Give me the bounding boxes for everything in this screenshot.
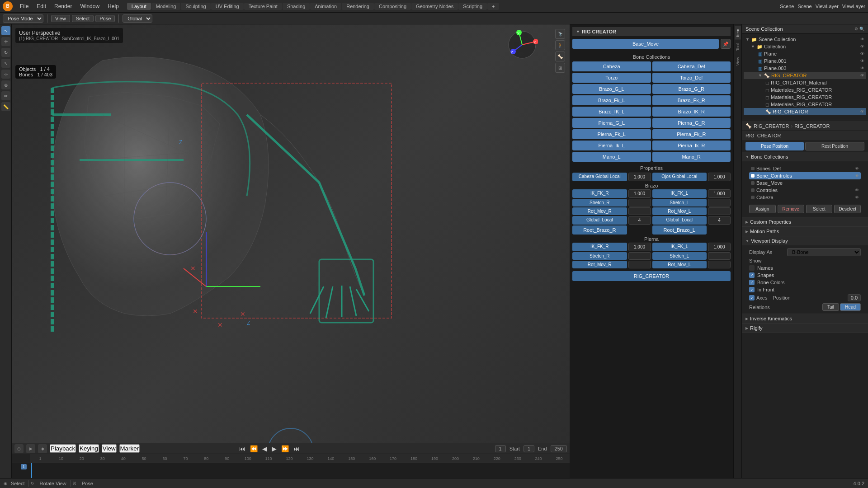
rig-vis[interactable]: 👁	[860, 73, 864, 78]
bones-def-eye[interactable]: 👁	[855, 166, 859, 171]
tab-texture-paint[interactable]: Texture Paint	[244, 3, 282, 10]
pierna-ikl-btn[interactable]: Pierna_Ik_L	[572, 141, 651, 150]
tree-plane[interactable]: ▥ Plane 👁	[744, 50, 866, 57]
menu-edit[interactable]: Edit	[33, 2, 50, 10]
tab-geometry-nodes[interactable]: Geometry Nodes	[411, 3, 458, 10]
plane-vis[interactable]: 👁	[860, 52, 864, 56]
tree-rig-material[interactable]: ◻ RIG_CREATOR_Material	[744, 79, 866, 86]
side-tab-item[interactable]: Item	[735, 26, 741, 40]
bc-rig-sub[interactable]: RIG_CREATOR	[794, 123, 830, 129]
pierna-fkl-btn[interactable]: Pierna_Fk_L	[572, 129, 651, 139]
brazo-fkl-btn[interactable]: Brazo_Fk_L	[572, 95, 651, 105]
3d-viewport[interactable]: Z Z ✕ ✕ ✕ ✕ User Persp	[12, 24, 570, 488]
jump-end-btn[interactable]: ⏭	[292, 445, 301, 452]
names-check[interactable]	[749, 265, 755, 271]
head-btn[interactable]: Head	[840, 303, 861, 311]
search-icon[interactable]: 🔍	[859, 27, 864, 31]
tab-modeling[interactable]: Modeling	[151, 3, 181, 10]
p-rot-mov-l-value[interactable]	[708, 261, 731, 268]
p-ik-fk-l-value[interactable]: 1.000	[708, 243, 731, 251]
coll-controles[interactable]: Controles 👁	[749, 187, 861, 194]
tab-sculpting[interactable]: Sculpting	[181, 3, 210, 10]
stretch-l-value[interactable]	[708, 199, 731, 206]
mano-r-btn[interactable]: Mano_R	[652, 152, 731, 162]
controles-eye[interactable]: 👁	[855, 188, 859, 192]
rig-child-vis[interactable]: 👁	[860, 109, 864, 114]
cabeza-eye[interactable]: 👁	[855, 195, 859, 200]
scale-tool[interactable]: ⤡	[1, 59, 10, 68]
root-brazo-r-btn[interactable]: Root_Brazo_R	[572, 225, 627, 235]
axes-check[interactable]: ✓	[749, 295, 755, 300]
assign-btn[interactable]: Assign	[749, 205, 776, 213]
p-stretch-r-value[interactable]	[628, 252, 651, 260]
p-rot-mov-r-value[interactable]	[628, 261, 651, 268]
tree-plane001[interactable]: ▥ Plane.001 👁	[744, 57, 866, 65]
annotate-tool[interactable]: ✏	[1, 91, 10, 100]
rotate-tool[interactable]: ↻	[1, 48, 10, 57]
select-tool[interactable]: ↖	[1, 26, 10, 35]
navigation-gizmo[interactable]: X Y Z	[506, 29, 538, 61]
keying-menu[interactable]: Keying	[79, 444, 99, 453]
brazo-fkr-btn[interactable]: Brazo_Fk_R	[652, 95, 731, 105]
coll-bones-def[interactable]: Bones_Def 👁	[749, 165, 861, 172]
ik-fk-r-value[interactable]: 1.000	[628, 189, 651, 198]
marker-menu[interactable]: Marker	[119, 444, 140, 453]
p-ik-fk-r-value[interactable]: 1.000	[628, 243, 651, 251]
mano-l-btn[interactable]: Mano_L	[572, 152, 651, 162]
tab-animation[interactable]: Animation	[310, 3, 341, 10]
tab-uv-editing[interactable]: UV Editing	[211, 3, 244, 10]
root-brazo-l-btn[interactable]: Root_Brazo_L	[652, 225, 707, 235]
tree-materiales-1[interactable]: ◻ Materiales_RIG_CREATOR	[744, 86, 866, 94]
side-tab-tool[interactable]: Tool	[735, 41, 741, 54]
bone-colors-check[interactable]: ✓	[749, 280, 755, 285]
cursor-tool[interactable]: ⊕	[1, 80, 10, 89]
pierna-fkr-btn[interactable]: Pierna_Fk_R	[652, 129, 731, 139]
global-local-r-value[interactable]: 4	[628, 216, 651, 225]
in-front-check[interactable]: ✓	[749, 287, 755, 292]
p-stretch-l-value[interactable]	[708, 252, 731, 260]
start-value[interactable]: 1	[524, 445, 534, 452]
ik-fk-l-value[interactable]: 1.000	[708, 189, 731, 198]
bone-controles-eye[interactable]: 👁	[855, 174, 859, 178]
ojos-global-local-value[interactable]: 1.000	[708, 173, 731, 181]
bc-rig-name[interactable]: RIG_CREATOR	[754, 123, 789, 129]
transform-tool[interactable]: ⊹	[1, 70, 10, 79]
viewport-display-header[interactable]: ▼ Viewport Display	[742, 236, 868, 245]
brazo-gr-btn[interactable]: Brazo_G_R	[652, 84, 731, 94]
tail-btn[interactable]: Tail	[822, 303, 839, 311]
camera-view-btn[interactable]: 🔭	[555, 29, 565, 39]
tree-plane003[interactable]: ▥ Plane.003 👁	[744, 65, 866, 72]
tree-rig-creator-child[interactable]: 🦴 RIG_CREATOR 👁	[744, 108, 866, 115]
deselect-btn[interactable]: Deselect	[834, 205, 861, 213]
pose-position-btn[interactable]: Pose Position	[745, 142, 804, 150]
tab-shading[interactable]: Shading	[283, 3, 310, 10]
menu-window[interactable]: Window	[76, 2, 103, 10]
select-menu[interactable]: Select	[72, 15, 94, 22]
menu-help[interactable]: Help	[104, 2, 123, 10]
menu-file[interactable]: File	[16, 2, 32, 10]
pierna-gr-btn[interactable]: Pierna_G_R	[652, 118, 731, 128]
visibility-icon[interactable]: 👁	[860, 37, 864, 42]
plane001-vis[interactable]: 👁	[860, 59, 864, 63]
transform-orientation[interactable]: Global	[123, 14, 152, 23]
tree-collection[interactable]: ▼ 📁 Collection 👁	[744, 43, 866, 50]
global-local-l-value[interactable]: 4	[708, 216, 731, 225]
tab-add[interactable]: +	[487, 3, 499, 10]
move-tool[interactable]: ✛	[1, 37, 10, 46]
bone-collections-header[interactable]: ▼ Bone Collections	[742, 152, 868, 161]
jump-start-btn[interactable]: ⏮	[238, 445, 247, 452]
rot-mov-r-value[interactable]	[628, 207, 651, 215]
brazo-gl-btn[interactable]: Brazo_G_L	[572, 84, 651, 94]
view-menu-tl[interactable]: View	[102, 444, 117, 453]
pose-menu[interactable]: Pose	[95, 15, 115, 22]
play-btn[interactable]: ▶	[270, 445, 278, 452]
torzo-btn[interactable]: Torzo	[572, 73, 651, 83]
cabeza-def-btn[interactable]: Cabeza_Def	[652, 61, 731, 71]
rigify-header[interactable]: ▶ Rigify	[742, 324, 868, 333]
playback-menu[interactable]: Playback	[50, 444, 76, 453]
bone-display-btn[interactable]: 🦴	[555, 52, 565, 61]
prev-frame-btn[interactable]: ⏪	[249, 445, 259, 452]
torzo-def-btn[interactable]: Torzo_Def	[652, 73, 731, 83]
coll-base-move[interactable]: Base_Move	[749, 179, 861, 187]
play-reverse-btn[interactable]: ◀	[261, 445, 269, 452]
